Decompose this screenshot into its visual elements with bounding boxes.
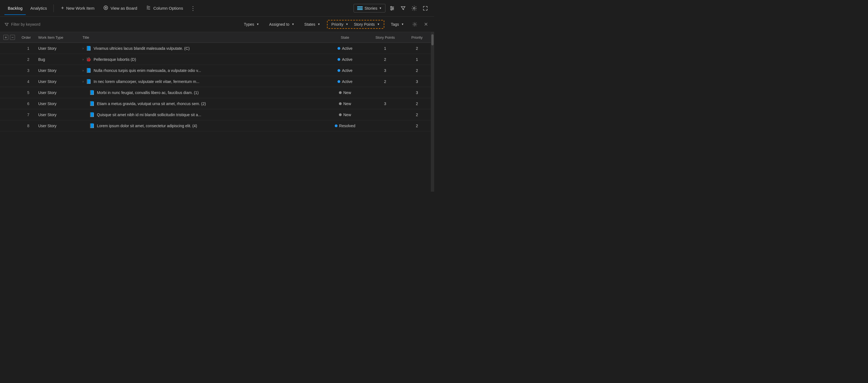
- filter-settings-icon: [412, 22, 417, 27]
- table-row[interactable]: 8 User Story 📘 Lorem ipsum dolor sit ame…: [0, 120, 431, 131]
- cell-order: 4: [18, 76, 35, 87]
- tab-backlog[interactable]: Backlog: [4, 4, 26, 13]
- cell-priority: 2: [403, 120, 431, 131]
- cell-story-points: [367, 120, 403, 131]
- filter-icon-button[interactable]: [399, 4, 408, 13]
- cell-state: Active: [323, 76, 367, 87]
- cell-type: User Story: [35, 43, 79, 54]
- cell-priority: 2: [403, 98, 431, 109]
- cell-title[interactable]: 📘 Morbi in nunc feugiat, convallis liber…: [79, 87, 323, 98]
- view-as-board-label: View as Board: [111, 6, 137, 10]
- cell-state: Resolved: [323, 120, 367, 131]
- state-label: Active: [342, 68, 352, 73]
- table-row[interactable]: 5 User Story 📘 Morbi in nunc feugiat, co…: [0, 87, 431, 98]
- state-label: New: [343, 112, 351, 117]
- filter-close-button[interactable]: ✕: [422, 20, 430, 29]
- scrollbar-thumb[interactable]: [431, 34, 434, 45]
- cell-title[interactable]: 📘 Etiam a metus gravida, volutpat urna s…: [79, 98, 323, 109]
- table-row[interactable]: 3 User Story › 📘 Nulla rhoncus turpis qu…: [0, 65, 431, 76]
- state-label: Active: [342, 57, 352, 62]
- priority-dropdown[interactable]: Priority ▼: [329, 21, 351, 28]
- column-options-label: Column Options: [153, 6, 183, 10]
- sliders-icon-button[interactable]: [388, 4, 397, 13]
- story-points-chevron-icon: ▼: [377, 23, 380, 26]
- row-chevron-icon[interactable]: ›: [83, 58, 84, 61]
- item-type-icon: 📘: [86, 68, 91, 73]
- row-chevron-icon[interactable]: ›: [83, 46, 84, 50]
- settings-icon: [411, 5, 417, 11]
- th-story-points: Story Points: [367, 32, 403, 43]
- svg-rect-4: [357, 9, 363, 10]
- filter-input-wrap[interactable]: Filter by keyword: [4, 22, 119, 27]
- state-dot-icon: [338, 69, 340, 72]
- cell-title[interactable]: 📘 Quisque sit amet nibh id mi blandit so…: [79, 109, 323, 120]
- item-title-text: Quisque sit amet nibh id mi blandit soll…: [97, 112, 201, 117]
- table-row[interactable]: 6 User Story 📘 Etiam a metus gravida, vo…: [0, 98, 431, 109]
- state-dot-icon: [335, 125, 338, 127]
- new-work-item-label: New Work Item: [66, 6, 94, 10]
- item-type-icon: 📘: [89, 112, 95, 117]
- collapse-all-icon[interactable]: −: [10, 35, 15, 40]
- row-chevron-icon[interactable]: ›: [83, 80, 84, 83]
- svg-point-8: [391, 6, 392, 7]
- state-label: New: [343, 102, 351, 106]
- priority-story-points-group: Priority ▼ Story Points ▼: [327, 20, 384, 29]
- th-order: Order: [18, 32, 35, 43]
- tags-label: Tags: [391, 22, 399, 27]
- item-title-text: Etiam a metus gravida, volutpat urna sit…: [97, 102, 206, 106]
- backlog-table: + − Order Work Item Type Title State: [0, 32, 431, 131]
- cell-priority: 1: [403, 54, 431, 65]
- item-type-icon: 📘: [86, 46, 91, 51]
- cell-expand: [0, 43, 18, 54]
- row-chevron-icon[interactable]: ›: [83, 69, 84, 72]
- view-as-board-button[interactable]: View as Board: [99, 3, 141, 13]
- table-row[interactable]: 4 User Story › 📘 In nec lorem ullamcorpe…: [0, 76, 431, 87]
- cell-title[interactable]: › 📘 Nulla rhoncus turpis quis enim males…: [79, 65, 323, 76]
- table-row[interactable]: 2 Bug › 🐞 Pellentesque lobortis (D) Acti…: [0, 54, 431, 65]
- table-row[interactable]: 7 User Story 📘 Quisque sit amet nibh id …: [0, 109, 431, 120]
- priority-label: Priority: [332, 22, 344, 27]
- filter-keyword-icon: [4, 22, 9, 27]
- stories-dropdown-button[interactable]: Stories ▼: [353, 4, 385, 12]
- th-expand-collapse: + −: [0, 32, 18, 43]
- cell-expand: [0, 120, 18, 131]
- state-label: Active: [342, 79, 352, 84]
- item-title-text: Vivamus ultricies lacus blandit malesuad…: [94, 46, 190, 50]
- cell-expand: [0, 109, 18, 120]
- tags-chevron-icon: ▼: [401, 23, 404, 26]
- cell-title[interactable]: › 🐞 Pellentesque lobortis (D): [79, 54, 323, 65]
- story-points-dropdown[interactable]: Story Points ▼: [351, 21, 382, 28]
- top-nav: Backlog Analytics + New Work Item View a…: [0, 0, 434, 16]
- cell-state: New: [323, 109, 367, 120]
- tags-dropdown[interactable]: Tags ▼: [388, 21, 407, 28]
- types-chevron-icon: ▼: [256, 23, 259, 26]
- filter-settings-button[interactable]: [411, 21, 419, 28]
- item-type-icon: 🐞: [86, 57, 91, 62]
- column-options-button[interactable]: Column Options: [142, 3, 187, 13]
- table-row[interactable]: 1 User Story › 📘 Vivamus ultricies lacus…: [0, 43, 431, 54]
- plus-icon: +: [61, 5, 64, 11]
- scrollbar-track[interactable]: [431, 32, 434, 192]
- item-title-text: Nulla rhoncus turpis quis enim malesuada…: [94, 68, 201, 73]
- assigned-to-dropdown[interactable]: Assigned to ▼: [266, 21, 298, 28]
- svg-rect-2: [357, 6, 363, 7]
- cell-title[interactable]: › 📘 Vivamus ultricies lacus blandit male…: [79, 43, 323, 54]
- tab-analytics[interactable]: Analytics: [27, 4, 50, 13]
- state-label: New: [343, 91, 351, 95]
- expand-all-icon[interactable]: +: [3, 35, 8, 40]
- states-dropdown[interactable]: States ▼: [301, 21, 324, 28]
- item-type-icon: 📘: [89, 123, 95, 128]
- expand-icon-button[interactable]: [421, 4, 430, 13]
- cell-title[interactable]: 📘 Lorem ipsum dolor sit amet, consectetu…: [79, 120, 323, 131]
- svg-point-11: [413, 7, 415, 9]
- priority-chevron-icon: ▼: [345, 23, 348, 26]
- settings-icon-button[interactable]: [410, 4, 418, 13]
- cell-type: User Story: [35, 87, 79, 98]
- more-button[interactable]: ⋮: [188, 4, 198, 13]
- cell-priority: 2: [403, 65, 431, 76]
- cell-order: 1: [18, 43, 35, 54]
- new-work-item-button[interactable]: + New Work Item: [57, 3, 98, 13]
- types-dropdown[interactable]: Types ▼: [241, 21, 262, 28]
- assigned-to-chevron-icon: ▼: [291, 23, 294, 26]
- cell-title[interactable]: › 📘 In nec lorem ullamcorper, vulputate …: [79, 76, 323, 87]
